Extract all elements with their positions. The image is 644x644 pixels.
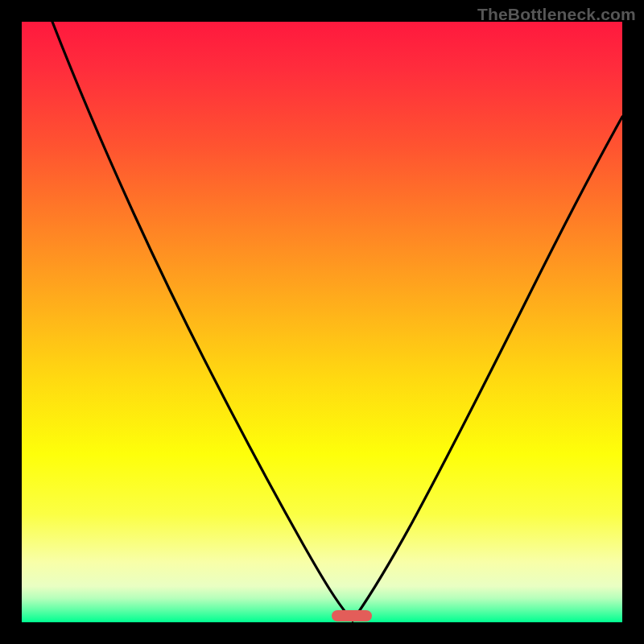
optimal-marker (332, 610, 372, 621)
curve-path (52, 22, 622, 621)
watermark-label: TheBottleneck.com (477, 5, 636, 24)
bottleneck-curve (22, 22, 622, 622)
chart-plot-area (22, 22, 622, 622)
